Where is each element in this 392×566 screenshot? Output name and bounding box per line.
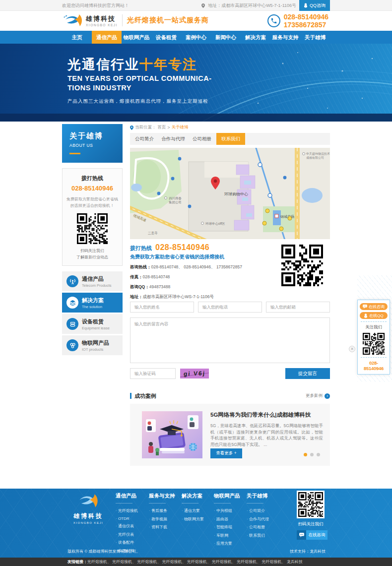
- footer-link[interactable]: OTDR: [116, 516, 138, 521]
- tab-company-profile[interactable]: 公司简介: [130, 133, 159, 145]
- nav-item-about[interactable]: 关于雄博: [300, 31, 330, 44]
- sidebar-item-equipment-lease[interactable]: 设备租赁Equipment lease: [62, 314, 123, 334]
- captcha-input[interactable]: [130, 368, 176, 379]
- phone-input[interactable]: [198, 302, 262, 313]
- breadcrumb: 当前位置：首页 > 关于雄博: [130, 124, 330, 131]
- footer-link[interactable]: 路由器: [214, 516, 240, 522]
- nav-item-equipment-rental[interactable]: 设备租赁: [151, 31, 181, 44]
- case-card: 5G网络将为我们带来什么|成都雄博科技 5G，意味着高速率、低延迟和高容量。5G…: [130, 404, 330, 466]
- footer-link[interactable]: 物联网方案: [182, 516, 204, 522]
- submit-message-button[interactable]: 提交留言: [285, 368, 330, 379]
- footer-link[interactable]: 光纤仪表: [116, 532, 138, 537]
- copyright-text: 版权所有 © 成都雄博科技发展有限公司。: [67, 549, 140, 554]
- sidebar-about-box: 关于雄博 ABOUT US: [62, 124, 123, 163]
- view-more-button[interactable]: 查看更多 +: [210, 448, 242, 458]
- online-consult-button[interactable]: 在线咨询: [360, 303, 388, 310]
- svg-text:环球购物中心: 环球购物中心: [224, 192, 248, 196]
- nav-item-solutions[interactable]: 解决方案: [241, 31, 270, 44]
- footer-link[interactable]: 联系我们: [247, 533, 269, 538]
- logo[interactable]: 雄博科技 XIONGBO KEJI 光纤熔接机一站式服务商: [63, 13, 209, 28]
- tab-contact-us[interactable]: 联系我们: [216, 133, 245, 145]
- tab-cooperation-agency[interactable]: 合作与代理: [159, 133, 188, 145]
- follow-us-label: 关注我们: [360, 324, 388, 330]
- name-input[interactable]: [130, 302, 194, 313]
- footer-link[interactable]: 智能终端: [214, 524, 240, 530]
- sidebar-item-telecom-products[interactable]: 通信产品Telecom Products: [62, 271, 123, 291]
- nav-item-case-center[interactable]: 案例中心: [181, 31, 211, 44]
- message-form: gi V6j 提交留言: [130, 302, 330, 379]
- footer-link[interactable]: 应用方案: [214, 541, 240, 546]
- footer-link[interactable]: 光纤熔接机: [116, 508, 138, 513]
- hero-subtitle: TEN YEARS OF OPTICAL COMMUNICA- TIONS IN…: [67, 74, 211, 93]
- footer-link[interactable]: 通信方案: [182, 508, 204, 513]
- iot-icon: [66, 339, 78, 351]
- phone-number-1: 028-85140946: [284, 13, 328, 21]
- location-map[interactable]: 绕城高速 环球购物中心 四川商春 集团公司 环球中心off区 三圣寺: [130, 148, 330, 239]
- case-title[interactable]: 5G网络将为我们带来什么|成都雄博科技: [210, 411, 323, 419]
- footer-link[interactable]: 中兴模组: [214, 508, 240, 513]
- hotline-desc: 免费获取方案助您省心更省钱 的选择更适合的熔接机！: [66, 196, 119, 209]
- antenna-icon: [66, 275, 78, 287]
- footer-link[interactable]: 设备配件: [116, 540, 138, 545]
- nav-item-iot-products[interactable]: 物联网产品: [122, 31, 151, 44]
- sidebar-about-title: 关于雄博: [69, 131, 123, 141]
- nav-item-support[interactable]: 服务与支持: [270, 31, 300, 44]
- svg-text:中天建纬物流技术: 中天建纬物流技术: [306, 152, 330, 156]
- nav-item-news-center[interactable]: 新闻中心: [211, 31, 241, 44]
- nav-item-home[interactable]: 主页: [62, 31, 92, 44]
- map-pin-icon: [211, 177, 220, 189]
- footer-consult-button[interactable]: 在线咨询: [297, 530, 327, 540]
- footer-col-support: 服务与支持 售后服务 教学视频 资料下载: [149, 493, 175, 533]
- copyright-row: 版权所有 © 成都雄博科技发展有限公司。 技术支持：龙兵科技: [67, 549, 326, 554]
- breadcrumb-current: 关于雄博: [171, 125, 188, 130]
- footer-link[interactable]: 合作与代理: [247, 516, 269, 522]
- sidebar-item-iot-products[interactable]: 物联网产品IOT products: [62, 335, 123, 355]
- footer-link[interactable]: 通信仪表: [116, 523, 138, 529]
- sidebar-item-solutions[interactable]: 解决方案The solution: [62, 293, 123, 313]
- footer-link[interactable]: 资料下载: [149, 524, 175, 530]
- footer-link[interactable]: 公司简介: [247, 508, 269, 513]
- header-phone: 028-85140946 17358672857: [267, 13, 328, 29]
- svg-text:锦城广场: 锦城广场: [280, 215, 294, 219]
- sidebar: 关于雄博 ABOUT US 拨打热线 028-85140946 免费获取方案助您…: [62, 124, 123, 357]
- footer-link[interactable]: 教学视频: [149, 516, 175, 522]
- more-cases-link[interactable]: 更多案例: [306, 393, 330, 399]
- email-input[interactable]: [266, 302, 330, 313]
- captcha-image[interactable]: gi V6j: [180, 369, 209, 378]
- svg-text:成都有限公司: 成都有限公司: [306, 156, 324, 160]
- hero-banner: 光通信行业十年专注 TEN YEARS OF OPTICAL COMMUNICA…: [0, 44, 392, 122]
- online-qq-button[interactable]: 在线QQ: [360, 312, 388, 319]
- layers-icon: [66, 297, 78, 309]
- carousel-dot-1[interactable]: [304, 453, 307, 456]
- hotline-phone: 028-85140946: [66, 185, 119, 192]
- sidebar-about-en: ABOUT US: [69, 143, 123, 148]
- breadcrumb-home[interactable]: 首页: [158, 125, 166, 130]
- svg-text:环球中心off区: 环球中心off区: [205, 222, 225, 225]
- footer-col-iot: 物联网产品 中兴模组 路由器 智能终端 车联网 应用方案: [214, 493, 240, 549]
- friend-links-bar: 友情链接：光纤熔接机、 光纤熔接机、 光纤熔接机、 光纤熔接机、 光纤熔接机、 …: [0, 558, 392, 566]
- tab-company-gallery[interactable]: 公司相册: [188, 133, 216, 145]
- footer-link[interactable]: 售后服务: [149, 508, 175, 513]
- footer: 雄博科技 XIONGBO KEJI 通信产品 光纤熔接机 OTDR 通信仪表 光…: [0, 489, 392, 558]
- friend-links[interactable]: 光纤熔接机、 光纤熔接机、 光纤熔接机、 光纤熔接机、 光纤熔接机、 光纤熔接机…: [87, 560, 303, 564]
- close-icon[interactable]: ✕: [349, 346, 355, 352]
- footer-qr-frame: [297, 491, 325, 518]
- footer-link[interactable]: 公司相册: [247, 524, 269, 530]
- topbar: 欢迎您访问雄博科技的官方网站！ 地址：成都市高新区环球中心W5-7-1-1106…: [0, 0, 392, 11]
- map-graphics: 绕城高速 环球购物中心 四川商春 集团公司 环球中心off区 三圣寺: [130, 148, 330, 239]
- contact-block: 拨打热线 028-85140946 免费获取方案助您省心更省钱的选择熔接机 咨询…: [130, 243, 330, 293]
- breadcrumb-pin-icon: [130, 126, 133, 130]
- page: 欢迎您访问雄博科技的官方网站！ 地址：成都市高新区环球中心W5-7-1-1106…: [0, 0, 392, 566]
- carousel-dot-2[interactable]: [310, 453, 314, 456]
- message-textarea[interactable]: [130, 317, 330, 363]
- nav-item-telecom-products[interactable]: 通信产品: [92, 31, 122, 44]
- qq-consult-button[interactable]: QQ咨询: [299, 0, 330, 11]
- footer-link[interactable]: 车联网: [214, 533, 240, 538]
- chat-bubble-icon: [297, 530, 306, 540]
- contact-hotline-phone: 028-85140946: [155, 243, 209, 252]
- hero-title: 光通信行业十年专注: [67, 56, 197, 73]
- topbar-address: 地址：成都市高新区环球中心W5-7-1-1106号: [208, 2, 296, 9]
- carousel-dot-3[interactable]: [317, 453, 320, 456]
- divider: [361, 321, 387, 322]
- friend-links-label: 友情链接：: [67, 560, 87, 564]
